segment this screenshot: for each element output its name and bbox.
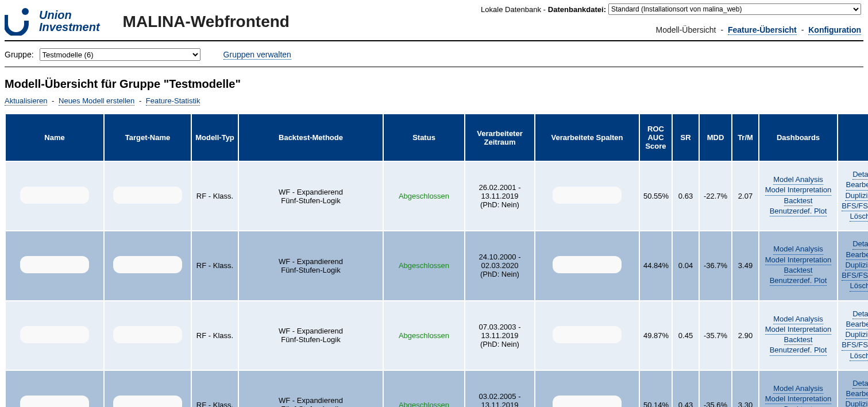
redacted-name <box>20 396 89 407</box>
th-target: Target-Name <box>105 114 191 161</box>
db-label-bold: Datenbankdatei: <box>548 5 606 14</box>
cell-trm: 3.30 <box>732 371 758 407</box>
actions-sep-2: - <box>137 96 146 105</box>
link-details[interactable]: Details <box>852 309 868 319</box>
link-user-plot[interactable]: Benutzerdef. Plot <box>770 346 827 355</box>
cell-period: 07.03.2003 -13.11.2019(PhD: Nein) <box>465 301 534 370</box>
table-header-row: Name Target-Name Modell-Typ Backtest-Met… <box>6 114 868 161</box>
feature-stat-link[interactable]: Feature-Statistik <box>146 96 200 106</box>
link-model-interpretation[interactable]: Model Interpretation <box>765 185 832 195</box>
redacted-columns <box>553 396 622 407</box>
cell-mdd: -36.7% <box>700 231 731 300</box>
cell-actions: DetailsBearbeitenDuplizierenBFS/FS/HPOLö… <box>838 371 868 407</box>
link-user-plot[interactable]: Benutzerdef. Plot <box>770 207 827 216</box>
link-delete[interactable]: Löschen <box>850 281 868 291</box>
db-file-select[interactable]: Standard (Installationsort von malina_we… <box>608 3 861 15</box>
cell-dashboards: Model AnalysisModel InterpretationBackte… <box>759 231 837 300</box>
nav-configuration[interactable]: Konfiguration <box>808 25 861 35</box>
th-roc-auc: ROC AUC Score <box>640 114 672 161</box>
nav-model-overview: Modell-Übersicht <box>655 25 716 34</box>
link-backtest[interactable]: Backtest <box>784 335 813 345</box>
cell-mdd: -22.7% <box>700 162 731 230</box>
th-model-type: Modell-Typ <box>192 114 238 161</box>
cell-dashboards: Model AnalysisModel InterpretationBackte… <box>759 162 837 230</box>
th-trm: Tr/M <box>732 114 758 161</box>
cell-sr: 0.63 <box>673 162 699 230</box>
link-bfs-fs-hpo[interactable]: BFS/FS/HPO <box>842 271 868 281</box>
cell-backtest-method: WF - ExpandierendFünf-Stufen-Logik <box>239 231 383 300</box>
refresh-link[interactable]: Aktualisieren <box>5 96 47 106</box>
th-period: Verarbeiteter Zeitraum <box>465 114 534 161</box>
link-backtest[interactable]: Backtest <box>784 196 813 206</box>
link-edit[interactable]: Bearbeiten <box>846 389 868 399</box>
cell-actions: DetailsBearbeitenDuplizierenBFS/FS/HPOLö… <box>838 162 868 230</box>
actions-sep-1: - <box>49 96 59 105</box>
link-backtest[interactable]: Backtest <box>784 405 813 407</box>
link-model-analysis[interactable]: Model Analysis <box>773 384 823 394</box>
cell-target <box>105 301 191 370</box>
cell-target <box>105 231 191 300</box>
link-duplicate[interactable]: Duplizieren <box>845 261 868 270</box>
link-details[interactable]: Details <box>852 170 868 180</box>
th-name: Name <box>6 114 103 161</box>
cell-trm: 3.49 <box>732 231 758 300</box>
cell-target <box>105 371 191 407</box>
table-row: RF - Klass.WF - ExpandierendFünf-Stufen-… <box>6 231 868 300</box>
link-delete[interactable]: Löschen <box>850 351 868 361</box>
link-bfs-fs-hpo[interactable]: BFS/FS/HPO <box>842 340 868 350</box>
nav-feature-overview[interactable]: Feature-Übersicht <box>728 25 797 35</box>
svg-point-0 <box>22 8 29 15</box>
link-edit[interactable]: Bearbeiten <box>846 250 868 260</box>
link-model-interpretation[interactable]: Model Interpretation <box>765 394 832 404</box>
new-model-link[interactable]: Neues Modell erstellen <box>59 96 134 106</box>
cell-period: 03.02.2005 -13.11.2019(PhD: Nein) <box>465 371 534 407</box>
link-edit[interactable]: Bearbeiten <box>846 180 868 190</box>
link-model-analysis[interactable]: Model Analysis <box>773 175 823 185</box>
link-details[interactable]: Details <box>852 379 868 389</box>
link-model-analysis[interactable]: Model Analysis <box>773 315 823 324</box>
link-edit[interactable]: Bearbeiten <box>846 320 868 330</box>
status-done-text: Abgeschlossen <box>399 331 449 340</box>
app-title: MALINA-Webfrontend <box>123 2 290 31</box>
link-model-interpretation[interactable]: Model Interpretation <box>765 255 832 265</box>
status-done-text: Abgeschlossen <box>399 192 449 200</box>
model-table: Name Target-Name Modell-Typ Backtest-Met… <box>5 113 868 407</box>
cell-roc: 49.87% <box>640 301 672 370</box>
redacted-name <box>20 187 89 204</box>
cell-trm: 2.90 <box>732 301 758 370</box>
redacted-columns <box>553 187 622 204</box>
manage-groups-link[interactable]: Gruppen verwalten <box>223 50 291 60</box>
link-bfs-fs-hpo[interactable]: BFS/FS/HPO <box>842 201 868 211</box>
cell-name <box>6 162 103 230</box>
table-row: RF - Klass.WF - ExpandierendFünf-Stufen-… <box>6 371 868 407</box>
link-backtest[interactable]: Backtest <box>784 266 813 276</box>
cell-period: 24.10.2000 -02.03.2020(PhD: Nein) <box>465 231 534 300</box>
table-row: RF - Klass.WF - ExpandierendFünf-Stufen-… <box>6 301 868 370</box>
cell-status: Abgeschlossen <box>384 231 464 300</box>
cell-status: Abgeschlossen <box>384 371 464 407</box>
cell-model-type: RF - Klass. <box>192 231 238 300</box>
th-status: Status <box>384 114 464 161</box>
redacted-target <box>113 396 182 407</box>
cell-sr: 0.45 <box>673 301 699 370</box>
link-model-analysis[interactable]: Model Analysis <box>773 245 823 254</box>
link-duplicate[interactable]: Duplizieren <box>845 191 868 201</box>
link-duplicate[interactable]: Duplizieren <box>845 330 868 340</box>
cell-status: Abgeschlossen <box>384 162 464 230</box>
group-select[interactable]: Testmodelle (6) <box>40 48 200 61</box>
link-details[interactable]: Details <box>852 239 868 249</box>
redacted-name <box>20 326 89 343</box>
cell-dashboards: Model AnalysisModel InterpretationBackte… <box>759 371 837 407</box>
link-duplicate[interactable]: Duplizieren <box>845 400 868 407</box>
redacted-target <box>113 187 182 204</box>
link-user-plot[interactable]: Benutzerdef. Plot <box>770 276 827 286</box>
th-mdd: MDD <box>700 114 731 161</box>
status-done-text: Abgeschlossen <box>399 401 449 407</box>
cell-period: 26.02.2001 -13.11.2019(PhD: Nein) <box>465 162 534 230</box>
cell-roc: 44.84% <box>640 231 672 300</box>
redacted-columns <box>553 326 622 343</box>
link-model-interpretation[interactable]: Model Interpretation <box>765 325 832 335</box>
nav-sep-2: - <box>799 25 809 34</box>
link-delete[interactable]: Löschen <box>850 212 868 222</box>
cell-backtest-method: WF - ExpandierendFünf-Stufen-Logik <box>239 162 383 230</box>
